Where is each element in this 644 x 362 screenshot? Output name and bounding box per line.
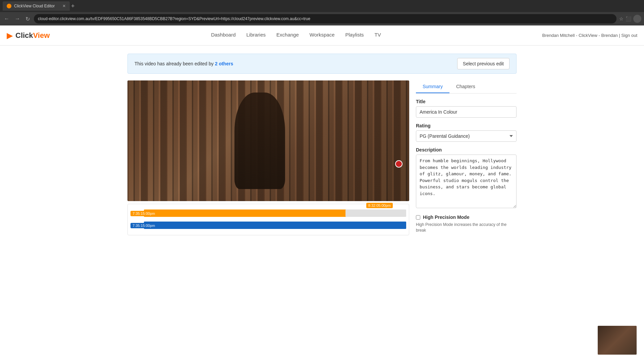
webcam-background xyxy=(598,326,637,355)
left-panel: 8:32:05:00pm 7:35:15:00pm 7:35:15:00pm xyxy=(127,80,409,235)
reload-button[interactable]: ↻ xyxy=(24,14,31,23)
timeline-row-1[interactable]: 8:32:05:00pm 7:35:15:00pm xyxy=(130,208,406,219)
user-info: Brendan Mitchell - ClickView - Brendan |… xyxy=(542,33,638,38)
timeline-bar-gray xyxy=(345,209,406,217)
nav-playlists[interactable]: Playlists xyxy=(345,32,364,39)
logo-view: View xyxy=(33,31,50,40)
profile-avatar[interactable] xyxy=(633,15,641,23)
title-label: Title xyxy=(416,99,517,104)
person-silhouette xyxy=(234,93,285,189)
right-panel: Summary Chapters Title Rating PG (Parent… xyxy=(416,80,517,235)
description-textarea[interactable]: From humble beginnings, Hollywood become… xyxy=(416,155,517,208)
tab-chapters[interactable]: Chapters xyxy=(449,80,482,93)
logo-area: ▶ ClickView xyxy=(7,31,50,40)
red-dot-indicator xyxy=(395,160,402,168)
main-content: This video has already been edited by 2 … xyxy=(121,46,523,243)
title-field-group: Title xyxy=(416,99,517,118)
notice-link[interactable]: 2 others xyxy=(215,61,233,66)
main-nav: Dashboard Libraries Exchange Workspace P… xyxy=(211,32,381,39)
browser-actions: ☆ ⬛ xyxy=(619,15,641,23)
nav-dashboard[interactable]: Dashboard xyxy=(211,32,235,39)
nav-tv[interactable]: TV xyxy=(375,32,381,39)
notice-static: This video has already been edited by xyxy=(135,61,214,66)
select-previous-edit-button[interactable]: Select previous edit xyxy=(457,58,509,69)
back-button[interactable]: ← xyxy=(3,14,11,23)
timeline-area: 8:32:05:00pm 7:35:15:00pm 7:35:15:00pm xyxy=(127,204,409,235)
rating-field-group: Rating PG (Parental Guidance)G (General)… xyxy=(416,123,517,142)
browser-chrome: ClickView Cloud Editor ✕ + ← → ↻ ☆ ⬛ xyxy=(0,0,644,25)
new-tab-button[interactable]: + xyxy=(71,3,75,10)
extensions-icon[interactable]: ⬛ xyxy=(626,16,631,21)
webcam-overlay xyxy=(597,325,637,355)
tab-bar: ClickView Cloud Editor ✕ + xyxy=(0,0,644,12)
timeline-timestamp-left-orange: 7:35:15:00pm xyxy=(130,211,157,216)
top-bar: ▶ ClickView Dashboard Libraries Exchange… xyxy=(0,25,644,46)
editor-layout: 8:32:05:00pm 7:35:15:00pm 7:35:15:00pm xyxy=(127,80,517,235)
user-info-text: Brendan Mitchell - ClickView - Brendan |… xyxy=(542,33,638,38)
bookmark-icon[interactable]: ☆ xyxy=(619,16,624,21)
forward-button[interactable]: → xyxy=(13,14,21,23)
timeline-timestamp-top: 8:32:05:00pm xyxy=(366,203,393,208)
notice-bar: This video has already been edited by 2 … xyxy=(127,54,517,74)
precision-label: High Precision Mode xyxy=(423,215,469,220)
rating-select[interactable]: PG (Parental Guidance)G (General)M (Matu… xyxy=(416,130,517,142)
logo-icon: ▶ xyxy=(7,31,13,40)
timeline-timestamp-left-blue: 7:35:15:00pm xyxy=(130,223,157,228)
active-tab[interactable]: ClickView Cloud Editor ✕ xyxy=(3,1,70,11)
rating-label: Rating xyxy=(416,123,517,128)
panel-tabs: Summary Chapters xyxy=(416,80,517,94)
app-container: ▶ ClickView Dashboard Libraries Exchange… xyxy=(0,25,644,362)
tab-favicon xyxy=(7,4,11,8)
address-bar[interactable] xyxy=(34,14,616,23)
logo-click: Click xyxy=(15,31,33,40)
tab-title: ClickView Cloud Editor xyxy=(14,4,55,8)
description-field-group: Description From humble beginnings, Holl… xyxy=(416,147,517,209)
timeline-row-2[interactable]: 7:35:15:00pm xyxy=(130,220,406,231)
browser-toolbar: ← → ↻ ☆ ⬛ xyxy=(0,12,644,25)
timeline-bar-blue[interactable] xyxy=(144,222,406,229)
tab-summary[interactable]: Summary xyxy=(416,80,449,93)
precision-description: High Precision Mode increases the accura… xyxy=(416,222,517,233)
precision-mode-row: High Precision Mode xyxy=(416,215,517,220)
logo-text: ClickView xyxy=(15,31,50,40)
precision-checkbox[interactable] xyxy=(416,215,420,220)
video-preview xyxy=(127,80,409,201)
title-input[interactable] xyxy=(416,106,517,118)
description-label: Description xyxy=(416,147,517,153)
close-tab-icon[interactable]: ✕ xyxy=(62,4,66,8)
nav-workspace[interactable]: Workspace xyxy=(310,32,335,39)
nav-libraries[interactable]: Libraries xyxy=(247,32,266,39)
nav-exchange[interactable]: Exchange xyxy=(276,32,299,39)
notice-text: This video has already been edited by 2 … xyxy=(135,61,233,66)
video-container[interactable] xyxy=(127,80,409,201)
